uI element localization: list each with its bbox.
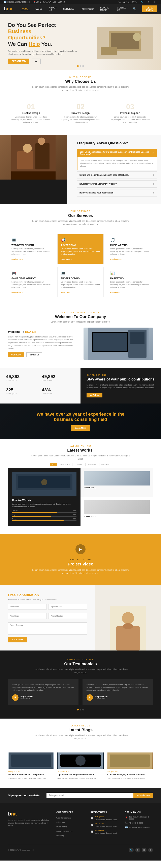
hero-dot-3[interactable] <box>82 65 84 67</box>
hero-cta-button[interactable]: Get Started <box>8 59 29 64</box>
consultation-message-input[interactable] <box>8 622 87 634</box>
faq-question-2[interactable]: Simple and elegant navigable with ease o… <box>77 172 157 179</box>
testimonial-2-name: Roger Parker <box>95 695 108 698</box>
testimonial-2-title: Businessman <box>95 698 108 700</box>
consultation-submit-button[interactable]: Get In Touch <box>8 637 27 643</box>
footer-service-5[interactable]: Marketing <box>56 835 65 837</box>
stat-label-3: Lorem ipsum <box>6 393 39 395</box>
blog-image-3 <box>107 752 153 769</box>
hero-dot-1[interactable] <box>77 65 79 67</box>
footer-twitter-icon[interactable]: 🐦 <box>129 847 134 852</box>
nav-services[interactable]: Services <box>62 7 76 11</box>
why-cards: 01 Creative Design Lorem ipsum dolor sit… <box>8 100 153 127</box>
footer-service-1[interactable]: Web Development <box>56 817 71 819</box>
svg-point-21 <box>122 612 134 624</box>
newsletter-submit-button[interactable]: Subscribe Now <box>133 793 153 798</box>
faq-question-3[interactable]: Navigate your management very easily + <box>77 181 157 187</box>
services-header: Our Services Our Services Lorem ipsum do… <box>0 204 161 226</box>
top-bar-instagram[interactable]: ig <box>153 1 155 3</box>
svg-rect-4 <box>100 47 117 55</box>
hero-dot-2[interactable] <box>80 65 81 67</box>
faq-question-1[interactable]: Your Business Success Your Business Succ… <box>78 149 157 157</box>
blogs-tag: Latest Blogs <box>8 724 153 727</box>
welcome-contact-button[interactable]: Contact Us <box>26 352 42 357</box>
video-play-button[interactable]: ▶ <box>76 544 85 554</box>
experience-learn-more-button[interactable]: Learn More <box>71 425 90 431</box>
search-icon[interactable]: 🔍 <box>133 7 136 10</box>
welcome-section: Welcome To BNA Ltd Congue non et sapien … <box>0 326 161 368</box>
why-card-3-desc: Lorem ipsum dolor sit amet, consectetur … <box>111 116 150 124</box>
blog-image-1 <box>8 752 54 769</box>
footer-facebook-icon[interactable]: f <box>135 847 140 852</box>
works-tab-innovation[interactable]: Innovation <box>58 463 73 466</box>
faq-question-4[interactable]: Help you manage your optimization + <box>77 189 157 196</box>
nav-blog[interactable]: Blog & More <box>99 6 112 12</box>
blog-title-3: To accelerate highly business solutions <box>107 773 153 776</box>
service-card-1-link[interactable]: Read More → <box>11 258 23 260</box>
footer-service-3[interactable]: Music Writing <box>56 826 67 828</box>
testimonial-2-text: Lorem ipsum dolor sit amet, consectetur … <box>86 683 149 692</box>
works-tab-package[interactable]: Package <box>99 463 111 466</box>
footer-service-4[interactable]: Game Development <box>56 830 73 832</box>
nav-contact[interactable]: Contact Us <box>116 6 129 12</box>
footer-touch-address: 📍 185 Berry St. Chicago, IL 58063 <box>125 816 153 820</box>
works-tab-all[interactable]: All <box>50 463 57 466</box>
service-card-2-link[interactable]: Read More → <box>61 258 73 260</box>
consultation-phone-input[interactable] <box>48 613 87 619</box>
service-card-6-link[interactable]: Read More → <box>110 291 122 293</box>
welcome-blog-button[interactable]: Get Blog <box>8 352 24 357</box>
consultation-name-input[interactable] <box>8 604 47 610</box>
footer-touch-phone: 📞 +1 246-345-0695 <box>125 822 153 825</box>
welcome-tag: Welcome To Our Company <box>8 311 153 314</box>
service-music-icon: 🎵 <box>110 238 150 242</box>
service-card-5-desc: Lorem ipsum dolor sit amet, consectetur … <box>61 281 100 289</box>
footer-news-date-2: 25 Aug 2021 <box>95 823 117 825</box>
top-bar-twitter[interactable]: 🐦 <box>141 1 144 3</box>
faq-answer-1: Lorem ipsum dolor sit amet, consectetur … <box>78 157 157 169</box>
hero-heading: Do You See Perfect Business Opportunitie… <box>8 22 81 47</box>
why-card-1-num: 01 <box>11 103 50 111</box>
faq-question-4-text: Help you manage your optimization <box>80 192 114 194</box>
stats-cta-button[interactable]: Up To Date <box>86 393 103 398</box>
hero-video-button[interactable]: ▶ <box>32 59 41 64</box>
footer-services-list: Web Development Advertising Music Writin… <box>56 816 84 837</box>
testimonials-dot-2[interactable] <box>80 709 81 711</box>
consultation-image <box>95 585 161 651</box>
top-bar-facebook[interactable]: f <box>148 1 149 3</box>
testimonials-dot-3[interactable] <box>82 709 84 711</box>
welcome-section-header: Welcome To Our Company Welcome To Our Co… <box>0 305 161 326</box>
footer: bna Lorem ipsum dolor sit amet, consecte… <box>0 803 161 861</box>
works-tabs: All Innovation Design Business Package <box>8 463 153 466</box>
footer-service-2[interactable]: Advertising <box>56 822 66 824</box>
blogs-section: 18 August, 2021 We have announced our ne… <box>0 740 161 788</box>
footer-news-list: 📰 25 Aug 2021 Lorem ipsum dolor sit amet… <box>90 816 119 834</box>
service-card-5: 💻 Proper Coding Lorem ipsum dolor sit am… <box>57 267 104 297</box>
stat-box-3: 325 Lorem ipsum <box>6 388 39 398</box>
footer-instagram-icon[interactable]: ig <box>142 847 147 852</box>
works-tab-design[interactable]: Design <box>74 463 84 466</box>
nav-about[interactable]: About Us <box>48 6 58 12</box>
testimonials-tag: Our Testimonials <box>8 658 153 661</box>
works-tab-business[interactable]: Business <box>85 463 98 466</box>
nav-pages[interactable]: Pages <box>34 7 44 11</box>
stats-right-tag: Contributions <box>86 374 155 376</box>
blog-card-1: 18 August, 2021 We have announced our ne… <box>8 752 54 780</box>
blog-image-2 <box>57 752 104 769</box>
consultation-agency-input[interactable] <box>48 604 87 610</box>
testimonial-1-avatar: R <box>12 694 18 701</box>
service-card-5-link[interactable]: Read More → <box>61 291 73 293</box>
blogs-description: Lorem ipsum dolor sit amet consectetur a… <box>30 734 131 740</box>
nav-portfolio[interactable]: Portfolio <box>80 7 95 11</box>
blogs-header: Latest Blogs Latest Blogs Lorem ipsum do… <box>0 718 161 740</box>
service-card-3-link[interactable]: Read More → <box>110 258 122 260</box>
welcome-section-desc: Lorem ipsum dolor sit amet consectetur a… <box>8 320 153 323</box>
footer-linkedin-icon[interactable]: in <box>148 847 153 852</box>
newsletter-email-input[interactable] <box>46 793 133 798</box>
quote-button[interactable]: Get A Quote <box>142 5 157 12</box>
consultation-email-input[interactable] <box>8 613 47 619</box>
nav-home[interactable]: Home <box>21 7 30 11</box>
why-card-3: 03 Premium Support Lorem ipsum dolor sit… <box>107 100 153 127</box>
why-section-header: Why Choose Us Why Choose Us Lorem ipsum … <box>0 70 161 92</box>
service-card-4-link[interactable]: Read More → <box>11 291 23 293</box>
testimonials-dot-1[interactable] <box>77 709 79 711</box>
